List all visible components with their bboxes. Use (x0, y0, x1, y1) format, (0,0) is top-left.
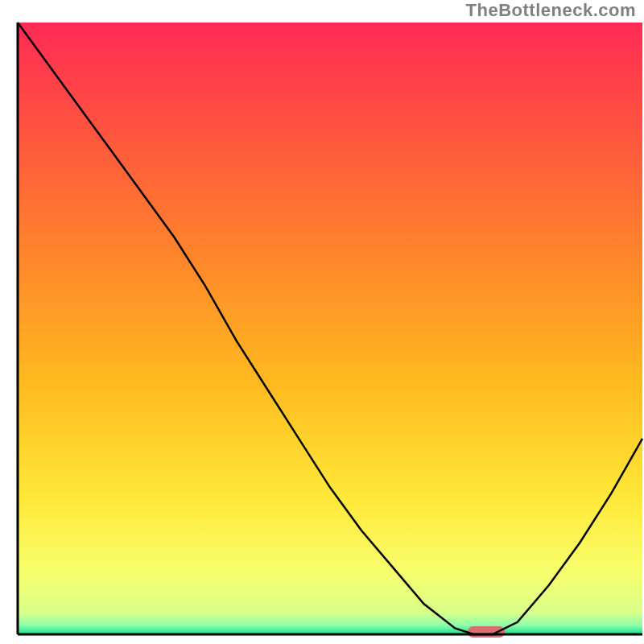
chart-container: TheBottleneck.com (0, 0, 644, 644)
bottleneck-chart (0, 0, 644, 644)
plot-background (18, 23, 642, 634)
watermark-text: TheBottleneck.com (466, 0, 636, 21)
